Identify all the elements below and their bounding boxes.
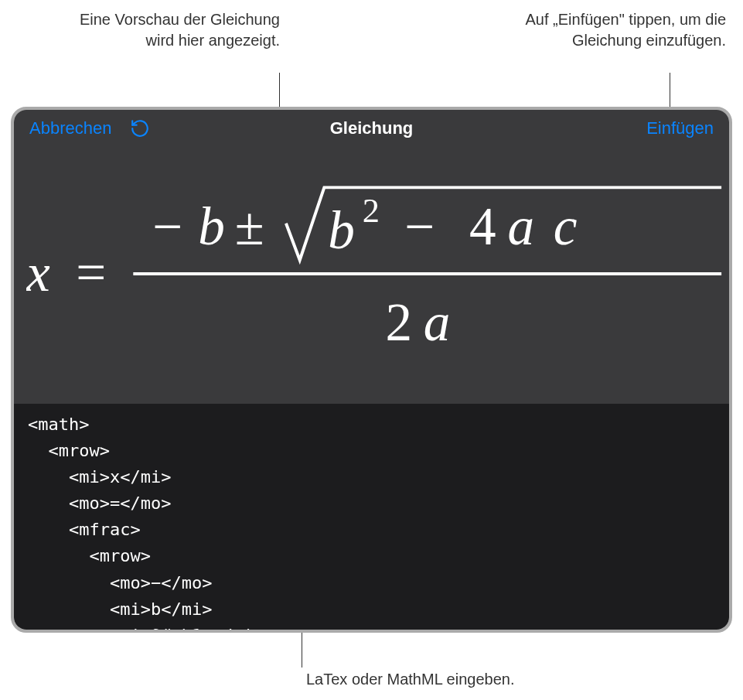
callout-preview: Eine Vorschau der Gleichung wird hier an… <box>56 9 280 51</box>
svg-text:2: 2 <box>363 191 380 230</box>
svg-text:a: a <box>424 292 451 352</box>
svg-text:±: ± <box>235 196 264 256</box>
insert-button[interactable]: Einfügen <box>646 118 714 138</box>
callout-insert: Auf „Einfügen" tippen, um die Gleichung … <box>494 9 726 51</box>
svg-text:a: a <box>507 196 534 256</box>
code-input[interactable]: <math> <mrow> <mi>x</mi> <mo>=</mo> <mfr… <box>14 404 729 630</box>
cancel-button[interactable]: Abbrechen <box>29 118 111 138</box>
editor-header: Abbrechen Gleichung Einfügen <box>14 110 729 147</box>
editor-title: Gleichung <box>330 118 414 138</box>
svg-text:−: − <box>404 196 435 256</box>
svg-text:4: 4 <box>469 196 496 256</box>
svg-text:b: b <box>198 196 225 256</box>
svg-text:x: x <box>26 243 50 302</box>
svg-text:−: − <box>152 196 182 256</box>
equation-preview: x = − b ± b 2 − 4 a c 2 a <box>14 147 729 404</box>
equation-formula: x = − b ± b 2 − 4 a c 2 a <box>26 175 729 376</box>
equation-editor: Abbrechen Gleichung Einfügen x = − b ± b… <box>11 107 732 633</box>
callout-input: LaTex oder MathML eingeben. <box>306 671 615 688</box>
undo-icon[interactable] <box>130 118 150 138</box>
svg-text:b: b <box>328 200 355 260</box>
callout-line-input <box>302 632 302 668</box>
svg-text:c: c <box>554 196 578 256</box>
svg-text:2: 2 <box>385 292 412 352</box>
svg-text:=: = <box>76 243 106 302</box>
